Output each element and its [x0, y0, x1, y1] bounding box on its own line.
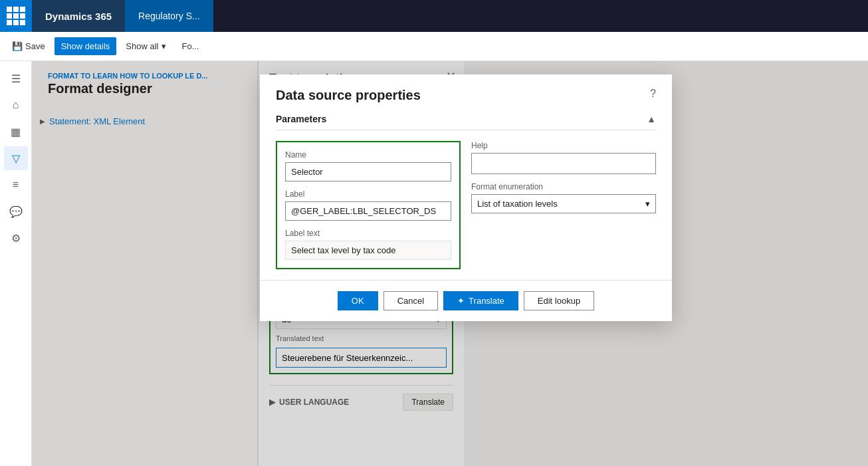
save-icon: 💾 — [12, 41, 23, 51]
left-params-box: Name Label Label text Select tax level b… — [276, 141, 461, 269]
show-all-button[interactable]: Show all ▾ — [119, 37, 172, 55]
parameters-label: Parameters — [276, 114, 326, 124]
label-text-display: Select tax level by tax code — [285, 241, 451, 260]
edit-lookup-button[interactable]: Edit lookup — [524, 291, 594, 310]
fo-button[interactable]: Fo... — [175, 37, 206, 55]
nav-chat-icon[interactable]: 💬 — [4, 199, 28, 223]
label-input[interactable] — [285, 201, 451, 221]
dropdown-chevron-icon: ▾ — [645, 199, 650, 209]
label-text-label: Label text — [285, 229, 451, 238]
parameters-section-header: Parameters ▲ — [276, 114, 656, 130]
nav-home-icon[interactable]: ⌂ — [4, 93, 28, 117]
left-navigation: ☰ ⌂ ▦ ▽ ≡ 💬 ⚙ — [0, 61, 32, 466]
nav-list-icon[interactable]: ≡ — [4, 173, 28, 197]
dialog-body: Parameters ▲ Name Label — [260, 103, 672, 280]
app-title: Dynamics 365 — [32, 0, 125, 32]
nav-settings-icon[interactable]: ⚙ — [4, 226, 28, 250]
label-label: Label — [285, 189, 451, 199]
dialog-overlay: Data source properties ? Parameters ▲ Na… — [32, 61, 868, 466]
chevron-down-icon: ▾ — [162, 41, 166, 51]
dialog-header: Data source properties ? — [260, 74, 672, 103]
format-enum-field-group: Format enumeration List of taxation leve… — [471, 182, 656, 213]
nav-menu-icon[interactable]: ☰ — [4, 66, 28, 90]
help-icon[interactable]: ? — [650, 88, 656, 100]
collapse-icon[interactable]: ▲ — [647, 114, 656, 124]
help-label: Help — [471, 141, 656, 150]
app-launcher-button[interactable] — [0, 0, 32, 32]
dialog-footer: OK Cancel ✦ Translate Edit lookup — [260, 280, 672, 321]
format-enum-select[interactable]: List of taxation levels ▾ — [471, 194, 656, 213]
data-source-dialog: Data source properties ? Parameters ▲ Na… — [260, 74, 672, 321]
help-input[interactable] — [471, 153, 656, 174]
show-details-button[interactable]: Show details — [54, 37, 117, 55]
command-bar: 💾 Save Show details Show all ▾ Fo... — [0, 32, 868, 61]
save-button[interactable]: 💾 Save — [5, 37, 52, 55]
regulatory-title: Regulatory S... — [125, 0, 213, 32]
label-text-field-group: Label text Select tax level by tax code — [285, 229, 451, 260]
dialog-title: Data source properties — [276, 88, 421, 103]
help-field-group: Help — [471, 141, 656, 174]
cancel-button[interactable]: Cancel — [383, 291, 438, 310]
name-input[interactable] — [285, 162, 451, 181]
format-enum-label: Format enumeration — [471, 182, 656, 191]
label-field-group: Label — [285, 189, 451, 221]
name-label: Name — [285, 150, 451, 160]
topbar: Dynamics 365 Regulatory S... — [0, 0, 868, 32]
translate-button[interactable]: ✦ Translate — [443, 291, 518, 310]
translate-icon: ✦ — [457, 296, 465, 306]
right-params-box: Help Format enumeration List of taxation… — [471, 141, 656, 269]
name-field-group: Name — [285, 150, 451, 181]
nav-filter-icon[interactable]: ▽ — [4, 146, 28, 170]
nav-modules-icon[interactable]: ▦ — [4, 120, 28, 144]
ok-button[interactable]: OK — [338, 291, 378, 310]
grid-icon — [7, 7, 25, 25]
parameters-grid: Name Label Label text Select tax level b… — [276, 141, 656, 269]
